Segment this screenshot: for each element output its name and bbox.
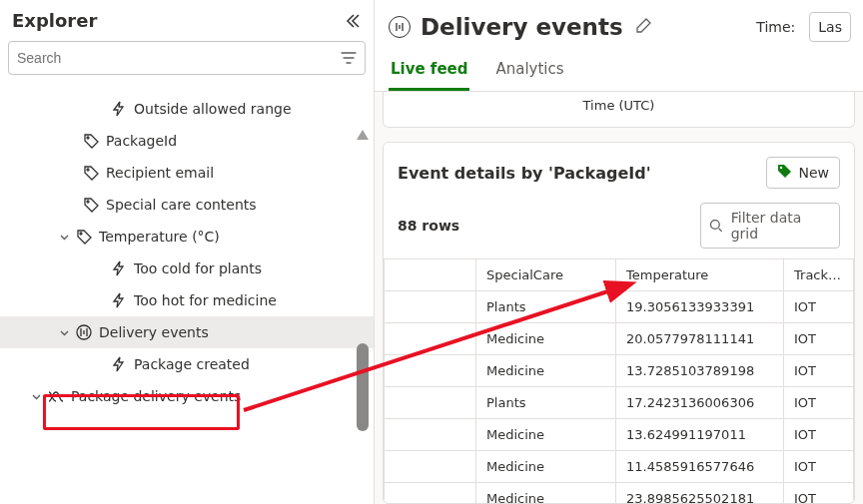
scroll-up-arrow-icon[interactable]	[357, 130, 369, 140]
tab-live-feed[interactable]: Live feed	[389, 54, 469, 91]
cell-blank	[385, 451, 476, 483]
filter-icon[interactable]	[341, 51, 357, 65]
cell-temperature: 11.4585916577646	[616, 451, 784, 483]
tag-icon	[777, 164, 792, 182]
cell-temperature: 23.8985625502181	[616, 483, 784, 505]
cell-specialcare: Medicine	[476, 483, 616, 505]
column-header-temperature[interactable]: Temperature	[616, 259, 784, 291]
table-row[interactable]: Medicine23.8985625502181IOT	[385, 483, 854, 505]
time-label: Time:	[756, 19, 795, 35]
column-header-tracking[interactable]: Tracking	[784, 259, 854, 291]
cell-temperature: 19.3056133933391	[616, 291, 784, 323]
flow-icon	[45, 389, 67, 404]
tree-item-label: Temperature (°C)	[95, 229, 220, 245]
table-row[interactable]: Medicine13.624991197011IOT	[385, 419, 854, 451]
table-row[interactable]: Plants19.3056133933391IOT	[385, 291, 854, 323]
cell-specialcare: Medicine	[476, 419, 616, 451]
cell-tracking: IOT	[784, 451, 854, 483]
table-row[interactable]: Medicine11.4585916577646IOT	[385, 451, 854, 483]
tag-icon	[73, 230, 95, 245]
cell-temperature: 20.0577978111141	[616, 323, 784, 355]
row-count: 88 rows	[398, 218, 688, 234]
main-panel: Delivery events Time: Las Live feed Anal…	[375, 0, 863, 504]
tree-item[interactable]: Too cold for plants	[0, 252, 374, 284]
cell-specialcare: Medicine	[476, 323, 616, 355]
tag-icon	[80, 166, 102, 181]
time-utc-strip: Time (UTC)	[383, 92, 855, 128]
page-title: Delivery events	[421, 14, 623, 40]
table-row[interactable]: Medicine20.0577978111141IOT	[385, 323, 854, 355]
svg-line-16	[719, 229, 722, 232]
cell-specialcare: Plants	[476, 387, 616, 419]
panel-title: Event details by 'PackageId'	[398, 164, 766, 183]
search-input-container[interactable]	[8, 41, 366, 75]
cell-specialcare: Medicine	[476, 451, 616, 483]
cell-tracking: IOT	[784, 419, 854, 451]
stream-icon	[73, 324, 95, 340]
tree-item-label: Package delivery events	[67, 388, 241, 404]
cell-blank	[385, 323, 476, 355]
cell-specialcare: Medicine	[476, 355, 616, 387]
tab-analytics[interactable]: Analytics	[493, 54, 565, 91]
explorer-panel: Explorer Outside allowed rangePackageIdR…	[0, 0, 375, 504]
svg-point-4	[87, 169, 89, 171]
column-header-blank[interactable]	[385, 259, 476, 291]
edit-title-icon[interactable]	[635, 17, 652, 37]
cell-temperature: 13.7285103789198	[616, 355, 784, 387]
chevron-down-icon[interactable]	[55, 232, 73, 243]
column-header-specialcare[interactable]: SpecialCare	[476, 259, 616, 291]
tree-item-label: Outside allowed range	[130, 101, 292, 117]
filter-grid-placeholder: Filter data grid	[731, 210, 831, 242]
cell-specialcare: Plants	[476, 291, 616, 323]
tree-item[interactable]: Package delivery events	[0, 380, 374, 412]
cell-blank	[385, 387, 476, 419]
cell-tracking: IOT	[784, 387, 854, 419]
tree-item[interactable]: Delivery events	[0, 316, 374, 348]
tree-item-label: Delivery events	[95, 324, 209, 340]
svg-point-15	[710, 221, 719, 230]
bolt-icon	[108, 356, 130, 372]
tree-item-label: Recipient email	[102, 165, 214, 181]
explorer-scrollbar[interactable]	[357, 130, 369, 489]
chevron-down-icon[interactable]	[27, 391, 45, 402]
time-range-select[interactable]: Las	[809, 12, 851, 42]
event-details-panel: Event details by 'PackageId' New 88 rows…	[383, 142, 855, 504]
filter-grid-input[interactable]: Filter data grid	[700, 203, 840, 249]
tree-item[interactable]: Outside allowed range	[0, 93, 374, 125]
cell-blank	[385, 291, 476, 323]
scroll-thumb[interactable]	[357, 343, 369, 431]
tree-item[interactable]: Special care contents	[0, 189, 374, 221]
bolt-icon	[108, 292, 130, 308]
tree-item[interactable]: Recipient email	[0, 157, 374, 189]
svg-point-5	[87, 201, 89, 203]
explorer-tree: Outside allowed rangePackageIdRecipient …	[0, 83, 374, 504]
tree-item-label: Too hot for medicine	[130, 292, 277, 308]
data-grid[interactable]: SpecialCare Temperature Tracking Plants1…	[384, 258, 854, 504]
tree-item-label: Package created	[130, 356, 250, 372]
tree-item[interactable]: Package created	[0, 348, 374, 380]
tree-item-label: Too cold for plants	[130, 260, 262, 276]
collapse-sidebar-icon[interactable]	[344, 12, 362, 30]
tree-item-label: PackageId	[102, 133, 177, 149]
table-row[interactable]: Medicine13.7285103789198IOT	[385, 355, 854, 387]
cell-blank	[385, 355, 476, 387]
cell-blank	[385, 419, 476, 451]
search-input[interactable]	[17, 50, 341, 66]
new-button-label: New	[798, 165, 829, 181]
cell-tracking: IOT	[784, 355, 854, 387]
cell-tracking: IOT	[784, 483, 854, 505]
tree-item[interactable]: Temperature (°C)	[0, 221, 374, 252]
svg-point-14	[780, 167, 782, 169]
chevron-down-icon[interactable]	[55, 327, 73, 338]
table-row[interactable]: Plants17.2423136006306IOT	[385, 387, 854, 419]
bolt-icon	[108, 260, 130, 276]
cell-temperature: 13.624991197011	[616, 419, 784, 451]
svg-point-3	[87, 137, 89, 139]
explorer-title: Explorer	[12, 10, 97, 31]
tree-item[interactable]: PackageId	[0, 125, 374, 157]
svg-point-6	[80, 233, 82, 235]
tabs: Live feed Analytics	[375, 48, 863, 92]
tree-item-label: Special care contents	[102, 197, 257, 213]
new-button[interactable]: New	[766, 157, 840, 189]
tree-item[interactable]: Too hot for medicine	[0, 284, 374, 316]
